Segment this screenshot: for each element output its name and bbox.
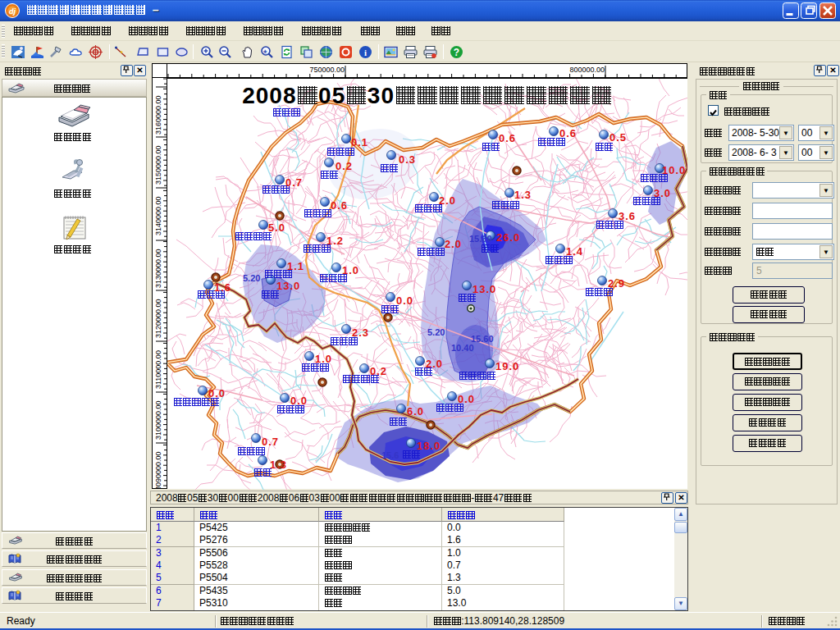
svg-text:dj: dj <box>9 7 16 16</box>
svg-text:3120000.00: 3120000.00 <box>154 299 162 338</box>
svg-text:3130000.00: 3130000.00 <box>154 249 162 288</box>
svg-text:?: ? <box>454 47 459 58</box>
svg-text:i: i <box>364 48 367 57</box>
svg-text:±: ± <box>263 48 267 55</box>
svg-text:3140000.00: 3140000.00 <box>154 196 162 235</box>
svg-text:3110000.00: 3110000.00 <box>154 350 162 389</box>
svg-text:3160000.00: 3160000.00 <box>154 95 162 135</box>
svg-text:3150000.00: 3150000.00 <box>154 145 162 185</box>
svg-text:3100000.00: 3100000.00 <box>154 400 162 440</box>
svg-text:3090000.00: 3090000.00 <box>154 451 162 489</box>
